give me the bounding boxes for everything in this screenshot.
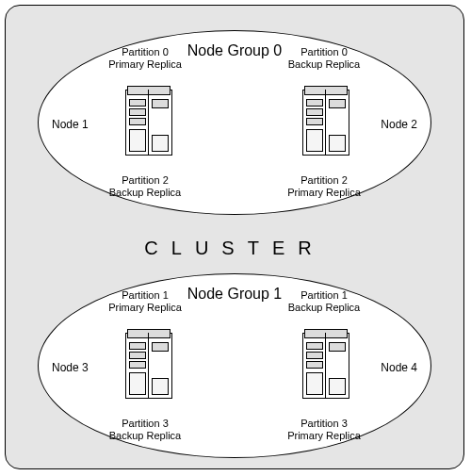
partition-id: Partition 1 bbox=[300, 289, 348, 301]
partition-id: Partition 2 bbox=[122, 174, 169, 186]
partition-label-bottom-left: Partition 2 Backup Replica bbox=[93, 174, 197, 199]
partition-label-top-right: Partition 0 Backup Replica bbox=[272, 46, 376, 71]
partition-id: Partition 0 bbox=[300, 46, 348, 57]
node-label-right: Node 4 bbox=[381, 361, 417, 374]
replica-role: Backup Replica bbox=[109, 187, 181, 198]
node-label-left: Node 3 bbox=[52, 361, 89, 374]
server-icon bbox=[125, 86, 172, 161]
partition-label-top-left: Partition 1 Primary Replica bbox=[93, 289, 197, 314]
replica-role: Primary Replica bbox=[287, 187, 361, 198]
node-label-right: Node 2 bbox=[381, 118, 417, 131]
replica-role: Backup Replica bbox=[109, 430, 181, 441]
partition-label-bottom-right: Partition 3 Primary Replica bbox=[272, 418, 376, 442]
node-group-0: Node Group 0 Partition 0 Primary Replica… bbox=[38, 30, 431, 215]
replica-role: Primary Replica bbox=[108, 58, 182, 70]
node-group-1: Node Group 1 Partition 1 Primary Replica… bbox=[38, 273, 431, 458]
cluster-label: CLUSTER bbox=[6, 238, 463, 259]
partition-label-bottom-left: Partition 3 Backup Replica bbox=[93, 418, 197, 442]
partition-id: Partition 3 bbox=[300, 418, 348, 429]
server-icon bbox=[302, 86, 349, 161]
replica-role: Primary Replica bbox=[287, 430, 361, 441]
partition-id: Partition 1 bbox=[122, 289, 169, 301]
node-label-left: Node 1 bbox=[52, 118, 89, 131]
partition-label-top-right: Partition 1 Backup Replica bbox=[272, 289, 376, 314]
partition-label-bottom-right: Partition 2 Primary Replica bbox=[272, 174, 376, 199]
server-icon bbox=[302, 329, 349, 404]
replica-role: Backup Replica bbox=[288, 58, 360, 70]
partition-id: Partition 0 bbox=[122, 46, 169, 57]
partition-id: Partition 2 bbox=[300, 174, 348, 186]
replica-role: Primary Replica bbox=[108, 302, 182, 313]
server-icon bbox=[125, 329, 172, 404]
replica-role: Backup Replica bbox=[288, 302, 360, 313]
cluster-frame: Node Group 0 Partition 0 Primary Replica… bbox=[5, 5, 464, 469]
partition-id: Partition 3 bbox=[122, 418, 169, 429]
partition-label-top-left: Partition 0 Primary Replica bbox=[93, 46, 197, 71]
